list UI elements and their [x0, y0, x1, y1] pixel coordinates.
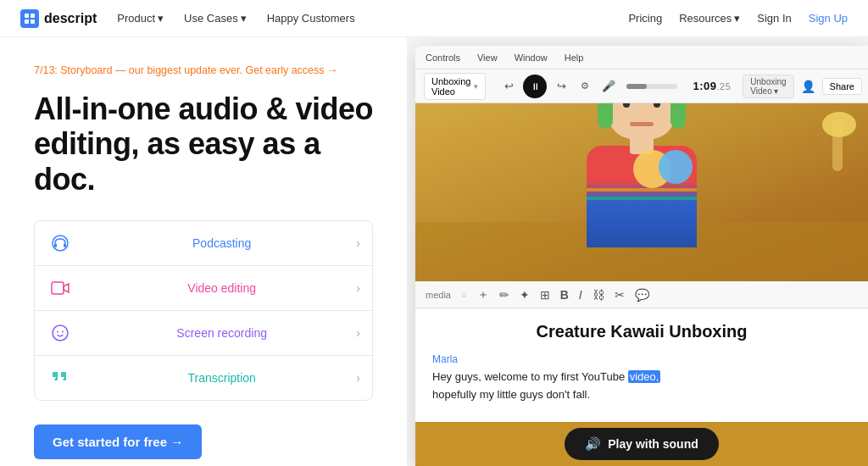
svg-rect-3 — [31, 19, 35, 24]
svg-rect-0 — [25, 14, 29, 18]
italic-tool[interactable]: I — [579, 288, 582, 302]
logo[interactable]: descript — [20, 9, 97, 28]
app-window: Controls View Window Help Unboxing Video… — [415, 46, 868, 466]
mic-button[interactable]: 🎤 — [599, 77, 618, 96]
rewind-button[interactable]: ↩ — [499, 77, 518, 96]
play-sound-button[interactable]: 🔊 Play with sound — [565, 428, 719, 460]
hair-left — [598, 103, 613, 129]
media-indicator: ○ — [461, 290, 467, 300]
nav-product[interactable]: Product ▾ — [117, 12, 164, 25]
transcript-text: Hey guys, welcome to my first YouTube vi… — [432, 369, 851, 422]
speed-button[interactable]: ⚙ — [576, 77, 594, 96]
project-tab[interactable]: Unboxing Video ▾ — [424, 73, 486, 100]
star-tool[interactable]: ✦ — [520, 288, 530, 302]
media-label: media — [426, 290, 451, 300]
menu-help[interactable]: Help — [565, 53, 584, 63]
grid-tool[interactable]: ⊞ — [540, 288, 550, 302]
left-panel: 7/13: Storyboard — our biggest update ev… — [0, 37, 407, 466]
person-face — [608, 103, 676, 139]
add-tool[interactable]: ＋ — [477, 287, 489, 302]
comment-tool[interactable]: 💬 — [635, 288, 649, 302]
svg-point-8 — [53, 325, 68, 341]
svg-rect-6 — [64, 243, 66, 247]
feature-list: Podcasting Video editing — [34, 220, 373, 401]
share-button[interactable]: Share — [822, 78, 862, 95]
speaker-label: Marla — [432, 353, 851, 365]
playback-controls: ↩ ⏸ ↪ ⚙ 🎤 — [499, 75, 681, 98]
cta-button[interactable]: Get started for free → — [34, 424, 202, 459]
svg-rect-5 — [54, 243, 57, 247]
project-tab-label: Unboxing Video — [431, 76, 470, 97]
announcement-cta[interactable]: Get early access → — [245, 64, 337, 76]
pen-tool[interactable]: ✏ — [499, 288, 509, 302]
doc-area: Creature Kawaii Unboxing Marla Hey guys,… — [415, 308, 868, 422]
announcement-bar: 7/13: Storyboard — our biggest update ev… — [34, 64, 373, 76]
nav-signup[interactable]: Sign Up — [809, 12, 848, 25]
chevron-down-icon: ▾ — [474, 82, 478, 91]
chevron-right-icon — [356, 326, 360, 340]
person-icon[interactable]: 👤 — [801, 80, 815, 93]
hair-right — [670, 103, 686, 129]
logo-icon — [20, 9, 39, 28]
headphone-icon — [47, 230, 74, 257]
menu-view[interactable]: View — [477, 53, 498, 63]
feature-video-editing[interactable]: Video editing — [34, 265, 373, 310]
video-icon — [47, 275, 74, 302]
feature-screen-label: Screen recording — [87, 326, 356, 340]
feature-podcasting-label: Podcasting — [87, 236, 356, 250]
svg-point-10 — [62, 331, 64, 333]
doc-toolbar: media ○ ＋ ✏ ✦ ⊞ B I ⛓ ✂ 💬 — [415, 281, 868, 308]
chevron-down-icon: ▾ — [734, 12, 740, 25]
logo-text: descript — [44, 11, 97, 26]
chevron-right-icon — [356, 236, 360, 250]
highlighted-word: video, — [628, 370, 661, 383]
menu-window[interactable]: Window — [515, 53, 548, 63]
menu-controls[interactable]: Controls — [426, 53, 460, 63]
svg-rect-7 — [52, 282, 64, 294]
play-sound-bar: 🔊 Play with sound — [415, 422, 868, 466]
nav-pricing[interactable]: Pricing — [628, 12, 662, 25]
app-toolbar: Unboxing Video ▾ ↩ ⏸ ↪ ⚙ 🎤 1:09.25 Unbox… — [415, 69, 868, 103]
nav-signin[interactable]: Sign In — [757, 12, 791, 25]
chevron-down-icon: ▾ — [241, 12, 247, 25]
link-tool[interactable]: ⛓ — [593, 288, 604, 302]
feature-screen-recording[interactable]: Screen recording — [34, 310, 373, 355]
svg-rect-1 — [31, 14, 35, 18]
waveform — [626, 84, 677, 89]
video-preview — [415, 103, 868, 281]
nav-usecases[interactable]: Use Cases ▾ — [184, 12, 247, 25]
stuffed-animal-2 — [659, 150, 693, 184]
bold-tool[interactable]: B — [560, 288, 569, 302]
feature-video-label: Video editing — [87, 281, 356, 295]
chevron-down-icon: ▾ — [158, 12, 164, 25]
doc-title: Creature Kawaii Unboxing — [432, 322, 851, 341]
smiley-icon — [47, 319, 74, 347]
feature-transcription-label: Transcription — [87, 371, 356, 385]
logo-svg — [24, 13, 36, 25]
speaker-icon: 🔊 — [585, 436, 601, 452]
navbar: descript Product ▾ Use Cases ▾ Happy Cus… — [0, 0, 868, 37]
svg-rect-2 — [25, 19, 29, 24]
feature-transcription[interactable]: Transcription — [34, 355, 373, 401]
nav-resources[interactable]: Resources ▾ — [679, 12, 740, 25]
video-content — [415, 103, 868, 281]
timer-display: 1:09.25 — [693, 80, 731, 92]
nav-left: descript Product ▾ Use Cases ▾ Happy Cus… — [20, 9, 355, 28]
nav-customers[interactable]: Happy Customers — [267, 12, 355, 25]
pause-button[interactable]: ⏸ — [523, 75, 547, 98]
chevron-right-icon — [356, 281, 360, 295]
quote-icon — [47, 364, 74, 391]
right-panel: Controls View Window Help Unboxing Video… — [407, 37, 868, 466]
lamp-shade — [822, 112, 856, 137]
timeline-label: Unboxing Video ▾ — [743, 75, 793, 98]
nav-right: Pricing Resources ▾ Sign In Sign Up — [628, 12, 848, 25]
forward-button[interactable]: ↪ — [552, 77, 570, 96]
toolbar-right: 👤 Share — [801, 78, 862, 95]
chevron-right-icon — [356, 371, 360, 385]
main-content: 7/13: Storyboard — our biggest update ev… — [0, 37, 868, 466]
app-menubar: Controls View Window Help — [415, 46, 868, 69]
svg-point-9 — [57, 331, 58, 333]
scissors-tool[interactable]: ✂ — [615, 288, 625, 302]
feature-podcasting[interactable]: Podcasting — [34, 220, 373, 265]
hero-title: All-in-one audio & video editing, as eas… — [34, 92, 373, 197]
